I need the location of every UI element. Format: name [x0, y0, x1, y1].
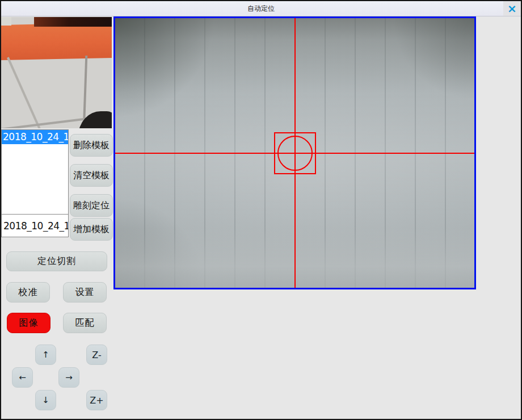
thumbnail-tile-line	[7, 57, 41, 128]
jog-up-button[interactable]: ↑	[35, 345, 56, 365]
jog-down-button[interactable]: ↓	[35, 390, 56, 410]
template-list-item[interactable]: 2018_10_24_11	[2, 130, 68, 144]
camera-thumbnail	[1, 17, 112, 128]
thumbnail-dark-strip	[34, 17, 112, 27]
delete-template-button[interactable]: 删除模板	[70, 134, 113, 157]
add-template-button[interactable]: 增加模板	[70, 218, 113, 241]
match-button[interactable]: 匹配	[63, 313, 107, 333]
close-icon[interactable]: ×	[503, 1, 521, 16]
clear-templates-button[interactable]: 清空模板	[70, 164, 113, 187]
template-name-input[interactable]	[1, 214, 69, 237]
auto-position-window: 自动定位 × 2018_10_24_11 删除模板 清空模板 雕刻定位 增加模板…	[0, 0, 522, 420]
title-bar: 自动定位 ×	[1, 1, 521, 16]
template-list[interactable]: 2018_10_24_11	[1, 129, 69, 215]
thumbnail-gray-patch	[1, 17, 11, 26]
jog-right-button[interactable]: →	[58, 367, 79, 388]
thumbnail-orange-beam	[1, 23, 112, 60]
image-button[interactable]: 图像	[7, 313, 50, 333]
calibrate-button[interactable]: 校准	[6, 282, 50, 303]
position-cut-button[interactable]: 定位切割	[6, 251, 107, 271]
camera-view[interactable]	[113, 16, 476, 289]
window-title: 自动定位	[247, 4, 275, 14]
settings-button[interactable]: 设置	[63, 282, 107, 303]
z-minus-button[interactable]: Z-	[86, 345, 107, 365]
jog-left-button[interactable]: ←	[12, 367, 33, 388]
z-plus-button[interactable]: Z+	[86, 390, 107, 410]
target-circle	[277, 136, 313, 171]
engrave-position-button[interactable]: 雕刻定位	[70, 194, 113, 217]
